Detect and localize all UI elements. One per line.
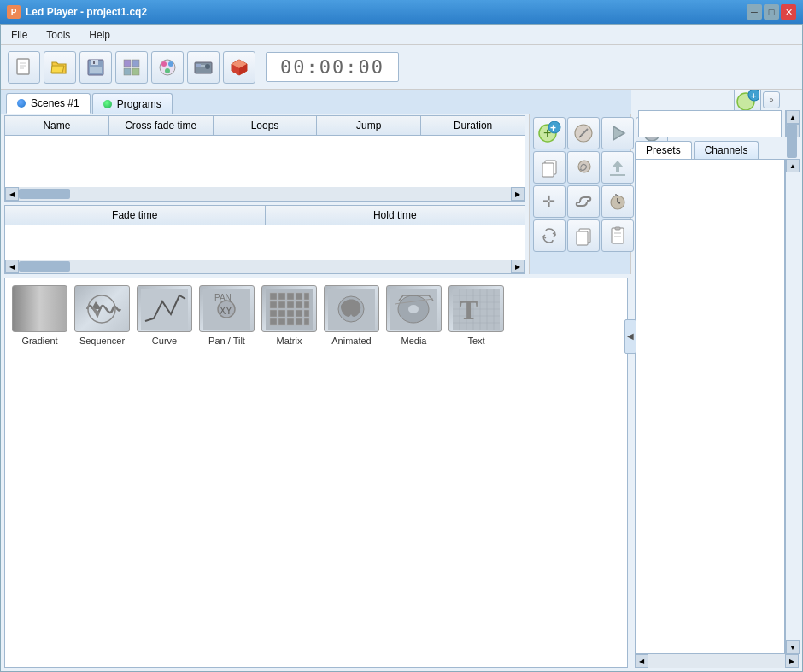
col-jump: Jump bbox=[317, 116, 421, 135]
tab-channels[interactable]: Channels bbox=[694, 141, 759, 159]
scenes-hscroll[interactable]: ◀ ▶ bbox=[5, 187, 525, 201]
palette-button[interactable] bbox=[151, 51, 184, 84]
svg-rect-71 bbox=[304, 301, 309, 308]
upload-button[interactable] bbox=[601, 151, 634, 184]
svg-rect-56 bbox=[141, 289, 188, 330]
open-icon bbox=[50, 57, 70, 78]
presets-hscroll-left[interactable]: ◀ bbox=[635, 654, 648, 668]
presets-hscroll-right[interactable]: ▶ bbox=[785, 654, 799, 668]
play-button[interactable] bbox=[601, 117, 634, 149]
timer-display: 00:00:00 bbox=[266, 52, 399, 82]
move-button[interactable]: ✛ bbox=[533, 185, 566, 218]
upload-icon bbox=[607, 157, 628, 178]
save-icon bbox=[85, 57, 106, 78]
hardware-button[interactable] bbox=[187, 51, 220, 84]
loop-button[interactable] bbox=[533, 219, 566, 252]
tab-presets[interactable]: Presets bbox=[635, 141, 692, 159]
pantilt-icon: XY PAN bbox=[199, 285, 255, 332]
add-scene-button[interactable]: + + bbox=[533, 117, 566, 149]
timer-icon bbox=[607, 191, 628, 212]
copy2-button[interactable] bbox=[567, 219, 600, 252]
presets-vscroll-track[interactable] bbox=[786, 172, 799, 640]
svg-text:XY: XY bbox=[220, 305, 232, 317]
svg-rect-11 bbox=[132, 68, 139, 75]
minimize-button[interactable]: ─ bbox=[747, 4, 762, 20]
effect-curve[interactable]: Curve bbox=[137, 285, 192, 346]
presets-vscroll-down[interactable]: ▼ bbox=[786, 640, 800, 654]
svg-rect-65 bbox=[296, 293, 302, 300]
tab-dot-blue bbox=[17, 99, 26, 108]
open-button[interactable] bbox=[44, 51, 76, 84]
collapse-button[interactable]: ◀ bbox=[624, 319, 636, 354]
edit-button[interactable] bbox=[567, 117, 600, 149]
play-icon bbox=[607, 123, 628, 143]
cube-button[interactable] bbox=[223, 51, 255, 84]
svg-marker-32 bbox=[612, 161, 624, 167]
scroll-left-arrow[interactable]: ◀ bbox=[5, 187, 19, 201]
edit-icon bbox=[572, 122, 595, 144]
svg-rect-79 bbox=[287, 318, 294, 325]
timer2-button[interactable] bbox=[601, 185, 634, 218]
svg-rect-7 bbox=[93, 61, 95, 64]
fadetime-hscroll[interactable]: ◀ ▶ bbox=[5, 260, 525, 273]
fadetime-header: Fade time Hold time bbox=[5, 206, 525, 225]
maximize-button[interactable]: □ bbox=[764, 4, 779, 20]
svg-line-42 bbox=[618, 202, 620, 203]
menu-help[interactable]: Help bbox=[85, 28, 114, 42]
hscroll-track[interactable] bbox=[19, 187, 511, 201]
svg-point-14 bbox=[168, 61, 173, 67]
svg-rect-0 bbox=[17, 59, 29, 74]
expand-button[interactable]: » bbox=[763, 91, 780, 108]
title-controls: ─ □ ✕ bbox=[747, 4, 796, 20]
text-icon: T bbox=[448, 285, 504, 332]
presets-vscroll-up[interactable]: ▲ bbox=[786, 159, 800, 172]
fade-hscroll-track[interactable] bbox=[19, 260, 511, 273]
effect-sequencer-label: Sequencer bbox=[79, 336, 125, 346]
copy-icon bbox=[539, 157, 560, 178]
svg-point-31 bbox=[578, 161, 590, 172]
svg-rect-70 bbox=[296, 301, 302, 308]
effect-sequencer[interactable]: Sequencer bbox=[74, 285, 130, 346]
move-icon: ✛ bbox=[539, 191, 560, 212]
copy2-icon bbox=[573, 225, 594, 246]
save-button[interactable] bbox=[79, 51, 112, 84]
scroll-right-arrow[interactable]: ▶ bbox=[511, 187, 525, 201]
effect-text[interactable]: T Text bbox=[448, 285, 504, 346]
close-button[interactable]: ✕ bbox=[781, 4, 796, 20]
copy-button[interactable] bbox=[533, 151, 566, 184]
vscroll-up[interactable]: ▲ bbox=[786, 110, 800, 124]
tab-programs[interactable]: Programs bbox=[92, 93, 173, 114]
link-button[interactable] bbox=[567, 185, 600, 218]
add-main-icon: + bbox=[736, 90, 759, 112]
paste-button[interactable] bbox=[567, 151, 600, 184]
scene-vscroll[interactable]: ▲ ▼ bbox=[785, 110, 799, 137]
tab-scenes[interactable]: Scenes #1 bbox=[6, 93, 91, 114]
svg-rect-47 bbox=[612, 228, 624, 243]
svg-text:T: T bbox=[460, 295, 478, 325]
new-button[interactable] bbox=[8, 51, 40, 84]
effect-pantilt[interactable]: XY PAN Pan / Tilt bbox=[199, 285, 255, 346]
effect-gradient[interactable]: Gradient bbox=[12, 285, 67, 346]
presets-vscroll[interactable]: ▲ ▼ bbox=[785, 159, 799, 654]
col-duration: Duration bbox=[421, 116, 525, 135]
effect-matrix[interactable]: Matrix bbox=[261, 285, 317, 346]
fade-scroll-right[interactable]: ▶ bbox=[511, 260, 525, 273]
cube-icon bbox=[229, 57, 249, 78]
grid-button[interactable] bbox=[115, 51, 148, 84]
menu-file[interactable]: File bbox=[8, 28, 31, 42]
title-bar: P Led Player - project1.cq2 ─ □ ✕ bbox=[0, 0, 803, 24]
presets-hscroll-track[interactable] bbox=[648, 654, 785, 668]
paste2-button[interactable] bbox=[601, 219, 634, 252]
animated-icon bbox=[324, 285, 379, 332]
svg-rect-10 bbox=[124, 68, 131, 75]
effect-animated[interactable]: Animated bbox=[324, 285, 379, 346]
fade-col: Fade time bbox=[5, 206, 266, 225]
fade-scroll-left[interactable]: ◀ bbox=[5, 260, 19, 273]
presets-hscroll[interactable]: ◀ ▶ bbox=[635, 654, 799, 668]
menu-tools[interactable]: Tools bbox=[43, 28, 73, 42]
effect-text-label: Text bbox=[467, 336, 484, 346]
effect-media[interactable]: Media bbox=[386, 285, 442, 346]
svg-rect-68 bbox=[278, 301, 285, 308]
mid-row-3 bbox=[533, 219, 627, 252]
col-name: Name bbox=[5, 116, 109, 135]
